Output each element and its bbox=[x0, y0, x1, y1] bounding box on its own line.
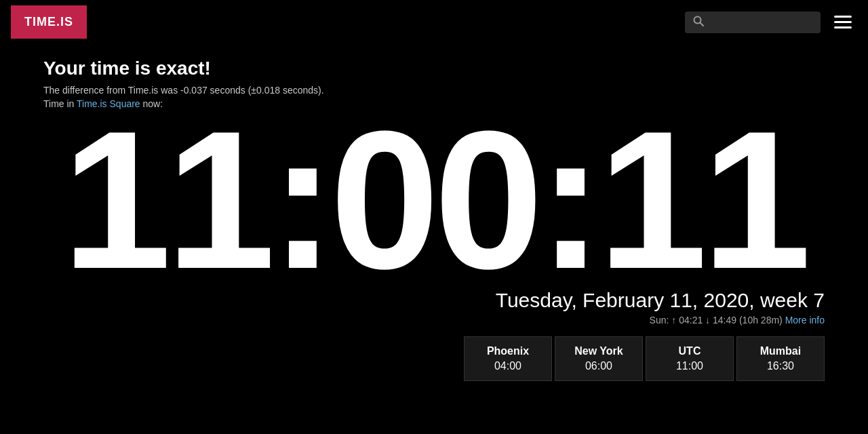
clock-display: 11:00:11 bbox=[43, 116, 825, 283]
world-clock-city: Phoenix bbox=[481, 345, 535, 357]
world-clock-city: Mumbai bbox=[753, 345, 808, 357]
world-clock-card[interactable]: Mumbai 16:30 bbox=[736, 336, 825, 381]
search-icon bbox=[693, 16, 704, 29]
world-clock-city: UTC bbox=[663, 345, 717, 357]
sun-prefix: Sun: bbox=[650, 315, 669, 326]
more-info-link[interactable]: More info bbox=[785, 315, 825, 326]
hamburger-line-1 bbox=[834, 16, 852, 18]
sunrise-arrow: ↑ bbox=[671, 315, 676, 326]
exact-title: Your time is exact! bbox=[43, 58, 825, 79]
search-input[interactable] bbox=[709, 17, 812, 28]
hamburger-line-2 bbox=[834, 21, 852, 23]
world-clock-time: 04:00 bbox=[481, 360, 535, 372]
world-clock-time: 16:30 bbox=[753, 360, 808, 372]
svg-line-1 bbox=[701, 22, 704, 26]
header: TIME.IS bbox=[0, 0, 868, 44]
search-bar[interactable] bbox=[685, 12, 821, 33]
clock-time: 11:00:11 bbox=[62, 116, 806, 283]
logo[interactable]: TIME.IS bbox=[11, 5, 87, 39]
hamburger-line-3 bbox=[834, 26, 852, 28]
world-clock-card[interactable]: New York 06:00 bbox=[555, 336, 643, 381]
sunset-arrow: ↓ bbox=[705, 315, 710, 326]
world-clock-time: 11:00 bbox=[663, 360, 717, 372]
sunset-time: 14:49 bbox=[713, 315, 736, 326]
world-clock-time: 06:00 bbox=[572, 360, 626, 372]
main-content: Your time is exact! The difference from … bbox=[0, 44, 868, 283]
header-right bbox=[685, 10, 857, 34]
hamburger-button[interactable] bbox=[829, 10, 857, 34]
sun-duration: (10h 28m) bbox=[739, 315, 783, 326]
world-clock-card[interactable]: Phoenix 04:00 bbox=[464, 336, 552, 381]
world-clocks: Phoenix 04:00 New York 06:00 UTC 11:00 M… bbox=[0, 336, 868, 381]
world-clock-card[interactable]: UTC 11:00 bbox=[646, 336, 734, 381]
sun-line: Sun: ↑ 04:21 ↓ 14:49 (10h 28m) More info bbox=[0, 315, 868, 326]
world-clock-city: New York bbox=[572, 345, 626, 357]
sunrise-time: 04:21 bbox=[679, 315, 703, 326]
